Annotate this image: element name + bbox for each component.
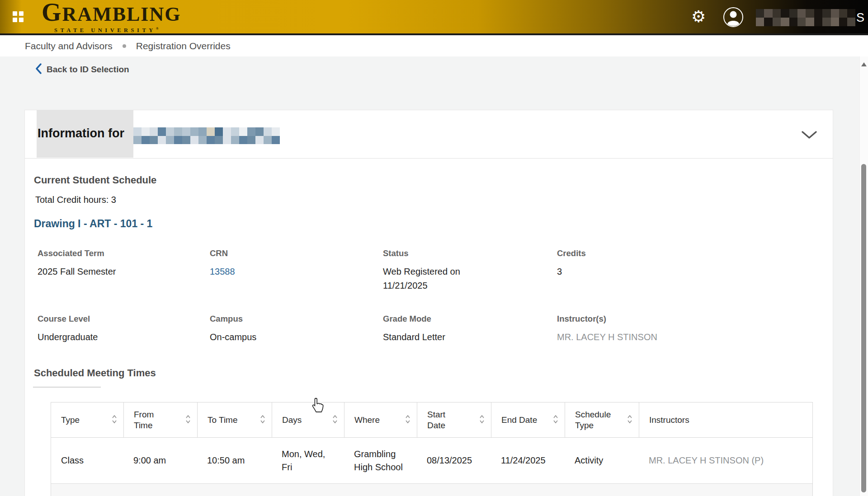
cell-from-time: 9:00 am: [123, 438, 197, 483]
cell-schedule-type: Activity: [565, 438, 639, 483]
redaction-pixel: [814, 18, 822, 26]
redaction-pixel: [239, 136, 247, 145]
sort-icon[interactable]: [332, 414, 338, 426]
field-value: Undergraduate: [38, 330, 151, 344]
field-label: Grade Mode: [383, 314, 519, 324]
redaction-pixel: [247, 136, 255, 145]
field-crn: CRN13588: [210, 248, 345, 279]
sort-icon[interactable]: [405, 414, 410, 426]
cell-type: Class: [51, 438, 123, 483]
app-menu-icon[interactable]: [13, 11, 24, 22]
column-header-instructors: Instructors: [639, 402, 812, 437]
redaction-pixel: [231, 127, 239, 136]
breadcrumb: Faculty and Advisors Registration Overri…: [0, 35, 868, 56]
field-value: Standard Letter: [383, 330, 496, 344]
column-header-type[interactable]: Type: [51, 402, 123, 437]
redaction-pixel: [831, 18, 839, 26]
table-next-row-partial: [51, 484, 812, 496]
column-label: Type: [61, 415, 80, 426]
back-to-id-selection-link[interactable]: Back to ID Selection: [35, 63, 129, 76]
breadcrumb-separator-dot: [123, 44, 126, 48]
sort-icon[interactable]: [185, 414, 191, 426]
sort-icon[interactable]: [112, 414, 117, 426]
breadcrumb-item-registration-overrides: Registration Overrides: [136, 41, 231, 51]
back-link-label: Back to ID Selection: [47, 65, 129, 75]
cell-days: Mon, Wed, Fri: [272, 438, 344, 483]
scrollbar-thumb[interactable]: [861, 164, 866, 492]
sort-icon[interactable]: [479, 414, 485, 426]
field-course-level: Course LevelUndergraduate: [38, 314, 173, 344]
redaction-pixel: [207, 127, 215, 136]
field-label: Credits: [557, 248, 693, 258]
redaction-pixel: [166, 127, 174, 136]
cell-start-date: 08/13/2025: [417, 438, 491, 483]
redaction-pixel: [150, 136, 158, 145]
vertical-scrollbar[interactable]: [859, 56, 868, 496]
field-value: 3: [557, 265, 670, 279]
column-label: Schedule Type: [575, 409, 611, 431]
redaction-pixel: [215, 136, 223, 145]
logo-subtitle: STATE UNIVERSITY®: [54, 26, 181, 33]
redaction-pixel: [781, 18, 789, 26]
column-header-where[interactable]: Where: [344, 402, 417, 437]
column-header-end-date[interactable]: End Date: [491, 402, 565, 437]
logo-title: GRAMBLING: [42, 1, 181, 26]
chevron-left-icon: [35, 63, 42, 76]
field-value-link[interactable]: 13588: [210, 265, 323, 279]
university-logo[interactable]: GRAMBLING STATE UNIVERSITY®: [42, 1, 181, 33]
field-instructors: Instructor(s)MR. LACEY H STINSON: [557, 314, 693, 344]
scrollbar-up-arrow[interactable]: [861, 62, 867, 66]
column-label: Instructors: [649, 415, 689, 426]
user-profile-icon[interactable]: [722, 6, 744, 30]
redaction-pixel: [831, 9, 839, 18]
column-header-schedule-type[interactable]: Schedule Type: [565, 402, 639, 437]
field-label: Campus: [210, 314, 345, 324]
redaction-pixel: [264, 136, 272, 145]
redaction-pixel: [264, 127, 272, 136]
column-label: From Time: [134, 409, 154, 431]
breadcrumb-item-faculty-and-advisors[interactable]: Faculty and Advisors: [25, 41, 113, 51]
redaction-pixel: [806, 9, 814, 18]
redaction-pixel: [198, 127, 207, 136]
chevron-down-icon[interactable]: [801, 130, 817, 142]
redaction-pixel: [756, 9, 764, 18]
course-title-link[interactable]: Drawing I - ART - 101 - 1: [34, 218, 152, 230]
redaction-pixel: [797, 18, 806, 26]
field-value: 2025 Fall Semester: [38, 265, 151, 279]
grid-dot: [19, 11, 24, 16]
information-for-title: Information for: [38, 126, 124, 140]
heading-underline: [33, 387, 101, 388]
redaction-pixel: [166, 136, 174, 145]
column-label: Start Date: [427, 409, 445, 431]
column-header-from-time[interactable]: From Time: [123, 402, 197, 437]
column-label: To Time: [208, 415, 238, 426]
redaction-pixel: [255, 136, 264, 145]
sort-icon[interactable]: [627, 414, 632, 426]
redacted-user-name: [756, 9, 855, 26]
redaction-pixel: [789, 9, 797, 18]
redaction-pixel: [231, 136, 239, 145]
redaction-pixel: [142, 136, 150, 145]
information-accordion-header[interactable]: Information for: [25, 110, 833, 159]
column-header-days[interactable]: Days: [272, 402, 344, 437]
redaction-pixel: [847, 18, 855, 26]
table-header-row: TypeFrom TimeTo TimeDaysWhereStart DateE…: [51, 402, 812, 438]
redaction-pixel: [158, 127, 166, 136]
sort-icon[interactable]: [260, 414, 265, 426]
column-header-start-date[interactable]: Start Date: [417, 402, 491, 437]
field-grade-mode: Grade ModeStandard Letter: [383, 314, 519, 344]
app-header: GRAMBLING STATE UNIVERSITY® ⚙ S: [0, 0, 868, 35]
redaction-pixel: [773, 18, 781, 26]
table-row: Class9:00 am10:50 amMon, Wed, FriGrambli…: [51, 438, 812, 484]
sort-icon[interactable]: [553, 414, 558, 426]
field-label: Course Level: [38, 314, 173, 324]
cell-to-time: 10:50 am: [197, 438, 272, 483]
settings-gear-icon[interactable]: ⚙: [691, 7, 706, 27]
redaction-pixel: [773, 9, 781, 18]
redaction-pixel: [174, 136, 182, 145]
field-label: CRN: [210, 248, 345, 258]
redaction-pixel: [847, 9, 855, 18]
redaction-pixel: [198, 136, 207, 145]
field-campus: CampusOn-campus: [210, 314, 345, 344]
column-header-to-time[interactable]: To Time: [197, 402, 272, 437]
